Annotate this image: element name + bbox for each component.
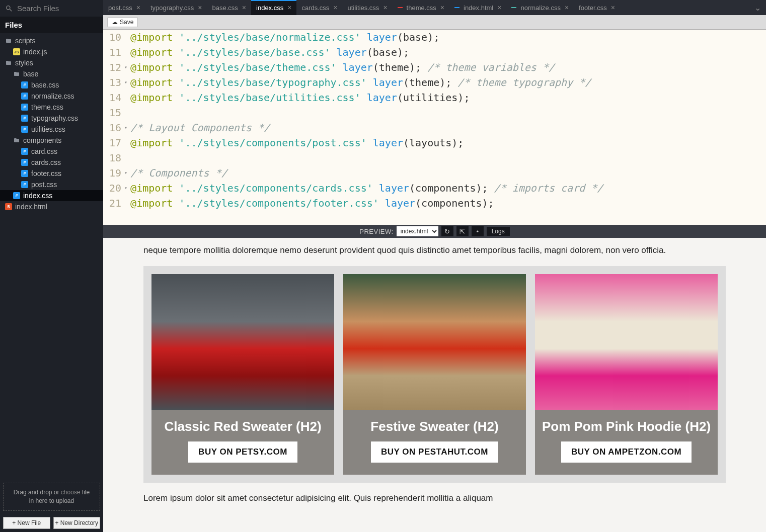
tree-item-index-html[interactable]: 5index.html	[0, 201, 103, 212]
css-icon: #	[21, 81, 28, 88]
logs-button[interactable]: Logs	[487, 227, 510, 236]
close-icon[interactable]: ×	[565, 4, 569, 12]
css-icon: #	[21, 93, 28, 100]
tree-item-label: index.js	[23, 48, 47, 56]
tree-item-scripts[interactable]: scripts	[0, 35, 103, 46]
preview-dot-icon[interactable]: •	[472, 226, 484, 236]
css-icon: #	[21, 181, 28, 188]
close-icon[interactable]: ×	[383, 4, 387, 12]
tab-label: footer.css	[579, 4, 607, 12]
search-placeholder: Search Files	[17, 4, 59, 13]
tab-label: index.html	[464, 4, 493, 12]
new-file-button[interactable]: + New File	[3, 517, 50, 529]
buy-button[interactable]: BUY ON PESTAHUT.COM	[371, 441, 498, 463]
tree-item-label: normalize.css	[31, 92, 74, 100]
save-button[interactable]: ☁ Save	[107, 17, 138, 27]
preview-label: PREVIEW:	[359, 228, 393, 235]
tree-item-components[interactable]: components	[0, 135, 103, 146]
dropzone[interactable]: Drag and drop or choose file in here to …	[3, 483, 100, 511]
tabs-overflow-icon[interactable]: ⌄	[749, 3, 766, 13]
code-area[interactable]: @import '../styles/base/normalize.css' l…	[130, 30, 766, 225]
tree-item-utilities-css[interactable]: #utilities.css	[0, 124, 103, 135]
tab-label: post.css	[108, 4, 132, 12]
tree-item-footer-css[interactable]: #footer.css	[0, 168, 103, 179]
tree-item-label: card.css	[31, 147, 57, 155]
tab-base-css[interactable]: base.css×	[207, 0, 252, 15]
choose-link[interactable]: choose	[61, 489, 81, 496]
tab-normalize-css[interactable]: normalize.css×	[506, 0, 574, 15]
tree-item-label: post.css	[31, 181, 57, 189]
tree-item-base-css[interactable]: #base.css	[0, 79, 103, 91]
css-icon: #	[21, 170, 28, 177]
preview-paragraph-top: neque tempore mollitia doloremque nemo d…	[143, 244, 726, 257]
save-label: Save	[120, 19, 133, 26]
css-icon: #	[21, 104, 28, 111]
editor-toolbar: ☁ Save	[103, 15, 766, 30]
cloud-icon: ☁	[112, 19, 118, 26]
tab-typography-css[interactable]: typography.css×	[145, 0, 207, 15]
tree-item-cards-css[interactable]: #cards.css	[0, 157, 103, 168]
close-icon[interactable]: ×	[497, 4, 501, 12]
tree-item-card-css[interactable]: #card.css	[0, 146, 103, 157]
cards-row: Classic Red Sweater (H2)BUY ON PETSY.COM…	[143, 266, 726, 483]
new-directory-button[interactable]: + New Directory	[53, 517, 101, 529]
tabs-bar: post.css×typography.css×base.css×index.c…	[103, 0, 766, 15]
css-icon: #	[21, 126, 28, 133]
close-icon[interactable]: ×	[287, 4, 291, 12]
tree-item-index-css[interactable]: #index.css	[0, 190, 103, 201]
tree-item-label: components	[23, 136, 61, 144]
tree-item-post-css[interactable]: #post.css	[0, 179, 103, 190]
buy-button[interactable]: BUY ON AMPETZON.COM	[561, 441, 692, 463]
tree-item-normalize-css[interactable]: #normalize.css	[0, 91, 103, 102]
refresh-icon[interactable]: ↻	[441, 226, 453, 236]
search-bar[interactable]: Search Files	[0, 0, 103, 17]
tab-indicator	[454, 7, 459, 8]
search-icon	[5, 5, 13, 13]
preview-pane[interactable]: neque tempore mollitia doloremque nemo d…	[103, 238, 766, 532]
buy-button[interactable]: BUY ON PETSY.COM	[188, 441, 297, 463]
close-icon[interactable]: ×	[333, 4, 337, 12]
popout-icon[interactable]: ⇱	[456, 226, 469, 236]
close-icon[interactable]: ×	[198, 4, 202, 12]
card-image	[343, 274, 526, 410]
tab-theme-css[interactable]: theme.css×	[393, 0, 449, 15]
tree-item-theme-css[interactable]: #theme.css	[0, 102, 103, 113]
tab-label: base.css	[212, 4, 238, 12]
preview-file-select[interactable]: index.html	[397, 226, 438, 236]
tree-item-base[interactable]: base	[0, 68, 103, 79]
code-editor[interactable]: 101112▾13▾141516▾171819▾20▾21 @import '.…	[103, 30, 766, 225]
tree-item-label: footer.css	[31, 169, 61, 178]
tree-item-label: base	[23, 70, 38, 78]
product-card: Festive Sweater (H2)BUY ON PESTAHUT.COM	[343, 274, 526, 475]
tab-label: cards.css	[301, 4, 329, 12]
card-title: Festive Sweater (H2)	[343, 410, 526, 441]
tab-index-css[interactable]: index.css×	[251, 0, 296, 15]
close-icon[interactable]: ×	[242, 4, 246, 12]
close-icon[interactable]: ×	[136, 4, 140, 12]
sidebar: Search Files Files scriptsJSindex.jsstyl…	[0, 0, 103, 532]
css-icon: #	[21, 115, 28, 122]
card-title: Classic Red Sweater (H2)	[151, 410, 334, 441]
tab-cards-css[interactable]: cards.css×	[296, 0, 342, 15]
product-card: Pom Pom Pink Hoodie (H2)BUY ON AMPETZON.…	[535, 274, 718, 475]
tree-item-label: index.html	[15, 203, 47, 211]
line-gutter: 101112▾13▾141516▾171819▾20▾21	[103, 30, 130, 225]
tab-label: typography.css	[150, 4, 194, 12]
tab-label: index.css	[256, 4, 283, 12]
tab-footer-css[interactable]: footer.css×	[574, 0, 620, 15]
card-image	[151, 274, 334, 410]
close-icon[interactable]: ×	[440, 4, 444, 12]
tree-item-label: styles	[15, 59, 33, 67]
tree-item-index-js[interactable]: JSindex.js	[0, 46, 103, 57]
card-image	[535, 274, 718, 410]
tab-index-html[interactable]: index.html×	[449, 0, 506, 15]
tab-label: normalize.css	[520, 4, 560, 12]
tab-utilities-css[interactable]: utilities.css×	[343, 0, 393, 15]
tab-post-css[interactable]: post.css×	[103, 0, 145, 15]
tree-item-label: utilities.css	[31, 125, 65, 133]
tree-item-styles[interactable]: styles	[0, 57, 103, 68]
tree-item-typography-css[interactable]: #typography.css	[0, 113, 103, 124]
css-icon: #	[21, 159, 28, 166]
css-icon: #	[21, 148, 28, 155]
close-icon[interactable]: ×	[611, 4, 615, 12]
